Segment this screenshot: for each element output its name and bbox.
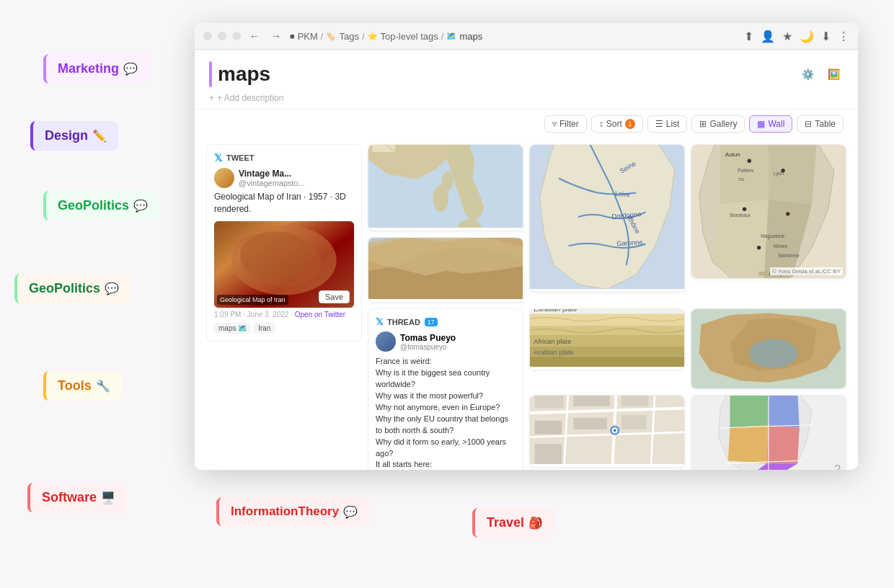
thread-text: France is weird: Why is it the biggest s…: [376, 356, 515, 470]
breadcrumb-icon-4: 🗺️: [446, 32, 456, 41]
gallery-icon: ⊞: [699, 119, 707, 129]
svg-rect-57: [759, 272, 767, 275]
thread-card[interactable]: 𝕏 THREAD 17 Tomas Pueyo @tomaspueyo Fran…: [368, 308, 523, 470]
chrome-dot-3[interactable]: [232, 32, 241, 40]
svg-rect-34: [535, 421, 562, 435]
card-france-historical[interactable]: Autun Poitiers 732 Lyon Bordeaux Maguelo…: [691, 144, 846, 279]
add-description-button[interactable]: + + Add description: [209, 93, 844, 103]
tag-software[interactable]: Software 🖥️: [27, 483, 127, 512]
breadcrumb-tags[interactable]: Tags: [339, 31, 358, 42]
svg-text:Arabian plate: Arabian plate: [534, 349, 573, 356]
svg-text:Bordeaux: Bordeaux: [730, 213, 751, 218]
table-view-button[interactable]: ⊟ Table: [797, 115, 844, 133]
svg-text:Loire: Loire: [615, 190, 631, 199]
browser-actions: ⬆ 👤 ★ 🌙 ⬇ ⋮: [744, 30, 849, 43]
action-share-icon[interactable]: ⬆: [744, 30, 753, 43]
tweet-tag-maps[interactable]: maps 🗺️: [214, 323, 251, 334]
tag-geopolitics2[interactable]: GeoPolitics 💬: [14, 274, 130, 303]
tweet-tag-iran[interactable]: Iran: [254, 323, 275, 334]
card-france-regions[interactable]: Découpage administratif de la France : l…: [691, 395, 846, 470]
nav-back-button[interactable]: ←: [247, 29, 262, 43]
chrome-dot-2[interactable]: [218, 32, 226, 40]
tweet-open-link[interactable]: Open on Twitter: [295, 311, 345, 318]
svg-text:Poitiers: Poitiers: [738, 168, 754, 173]
svg-rect-33: [621, 396, 648, 406]
toolbar: ▿ Filter ↕ Sort 1 ☰ List ⊞ Gallery ▦ Wal…: [195, 110, 858, 138]
card-city-map[interactable]: [529, 395, 685, 468]
svg-text:Narbonne: Narbonne: [778, 253, 800, 258]
table-icon: ⊟: [805, 119, 812, 129]
action-person-icon[interactable]: 👤: [761, 30, 775, 43]
tag-marketing[interactable]: Marketing 💬: [43, 54, 149, 84]
tweet-user-row: Vintage Ma... @vintagemapsto...: [214, 168, 354, 188]
tag-geopolitics1-label: GeoPolitics: [58, 198, 129, 213]
svg-text:Lyon: Lyon: [774, 171, 784, 177]
action-download-icon[interactable]: ⬇: [821, 30, 831, 43]
card-geological[interactable]: Eurasian plate African plate Arabian pla…: [529, 308, 685, 370]
card-italy-bottom[interactable]: [368, 237, 523, 303]
italy-map-svg: [368, 145, 523, 228]
svg-text:Maguelone: Maguelone: [761, 233, 784, 239]
tag-infotheory-emoji: 💬: [343, 505, 358, 519]
image-icon[interactable]: 🖼️: [823, 64, 844, 84]
breadcrumb: ■ PKM / 🏷️ Tags / ⭐ Top-level tags / 🗺️ …: [290, 31, 738, 42]
tag-geopolitics1-emoji: 💬: [133, 199, 148, 213]
roman-empire-svg: Roman Empire, 62 BC: [691, 309, 846, 388]
action-star-icon[interactable]: ★: [782, 30, 792, 43]
wall-container[interactable]: 𝕏 TWEET Vintage Ma... @vintagemapsto... …: [195, 138, 858, 470]
action-moon-icon[interactable]: 🌙: [800, 30, 814, 43]
tweet-time: 1:09 PM · June 3, 2022: [214, 311, 288, 318]
breadcrumb-toplevel[interactable]: Top-level tags: [381, 31, 438, 42]
svg-rect-32: [573, 396, 610, 406]
nav-forward-button[interactable]: →: [268, 29, 284, 43]
breadcrumb-pkm[interactable]: PKM: [298, 31, 318, 42]
thread-user-row: Tomas Pueyo @tomaspueyo: [376, 331, 515, 352]
tag-infotheory-label: InformationTheory: [231, 504, 339, 519]
tag-geopolitics1[interactable]: GeoPolitics 💬: [43, 191, 159, 220]
sort-button[interactable]: ↕ Sort 1: [591, 115, 643, 133]
chrome-dot-1[interactable]: [203, 32, 212, 40]
filter-button[interactable]: ▿ Filter: [544, 115, 587, 133]
tag-tools[interactable]: Tools 🔧: [43, 371, 122, 401]
svg-rect-31: [535, 396, 564, 408]
svg-text:Autun: Autun: [725, 151, 740, 158]
svg-rect-35: [573, 418, 607, 429]
svg-rect-17: [530, 314, 684, 326]
wall-view-button[interactable]: ▦ Wall: [749, 115, 792, 133]
svg-text:?: ?: [834, 463, 841, 470]
title-accent-bar: [209, 61, 212, 87]
breadcrumb-icon-3: ⭐: [368, 32, 378, 41]
france-regions-svg: Découpage administratif de la France : l…: [691, 396, 846, 470]
gallery-view-button[interactable]: ⊞ Gallery: [691, 115, 745, 133]
tag-geopolitics2-emoji: 💬: [105, 282, 119, 295]
save-button[interactable]: Save: [319, 290, 350, 303]
action-menu-icon[interactable]: ⋮: [838, 30, 849, 43]
thread-header: 𝕏 THREAD 17: [376, 316, 515, 327]
city-map-svg: [530, 396, 684, 464]
app-content: maps ⚙️ 🖼️ + + Add description ▿ Filter …: [195, 50, 858, 470]
tweet-text: Geological Map of Iran · 1957 · 3D rende…: [214, 191, 354, 215]
settings-icon[interactable]: ⚙️: [797, 64, 818, 84]
tag-software-emoji: 🖥️: [101, 491, 115, 504]
list-icon: ☰: [655, 119, 663, 129]
card-italy-top[interactable]: [368, 144, 523, 231]
tag-travel[interactable]: Travel 🎒: [472, 508, 554, 538]
page-header-icons: ⚙️ 🖼️: [797, 64, 844, 84]
list-view-button[interactable]: ☰ List: [647, 115, 688, 133]
browser-chrome: ← → ■ PKM / 🏷️ Tags / ⭐ Top-level tags /…: [195, 23, 858, 50]
tag-travel-emoji: 🎒: [528, 516, 543, 530]
svg-point-42: [748, 159, 751, 163]
tag-tools-label: Tools: [58, 378, 92, 393]
breadcrumb-maps[interactable]: maps: [459, 31, 482, 42]
tag-design[interactable]: Design ✏️: [30, 121, 118, 151]
card-france-rivers[interactable]: Seine Loire Dordogne Garonne Rhône: [529, 144, 685, 293]
svg-point-6: [442, 172, 453, 191]
tag-infotheory[interactable]: InformationTheory 💬: [216, 497, 369, 526]
card-roman-empire[interactable]: Roman Empire, 62 BC: [691, 308, 846, 389]
svg-point-62: [749, 339, 797, 368]
map-credit: © Yves Gelda et al./CC BY: [770, 267, 843, 275]
tag-marketing-emoji: 💬: [123, 62, 138, 76]
masonry-grid: 𝕏 TWEET Vintage Ma... @vintagemapsto... …: [206, 144, 846, 470]
tweet-header: 𝕏 TWEET: [214, 152, 354, 164]
tweet-card[interactable]: 𝕏 TWEET Vintage Ma... @vintagemapsto... …: [206, 144, 362, 342]
